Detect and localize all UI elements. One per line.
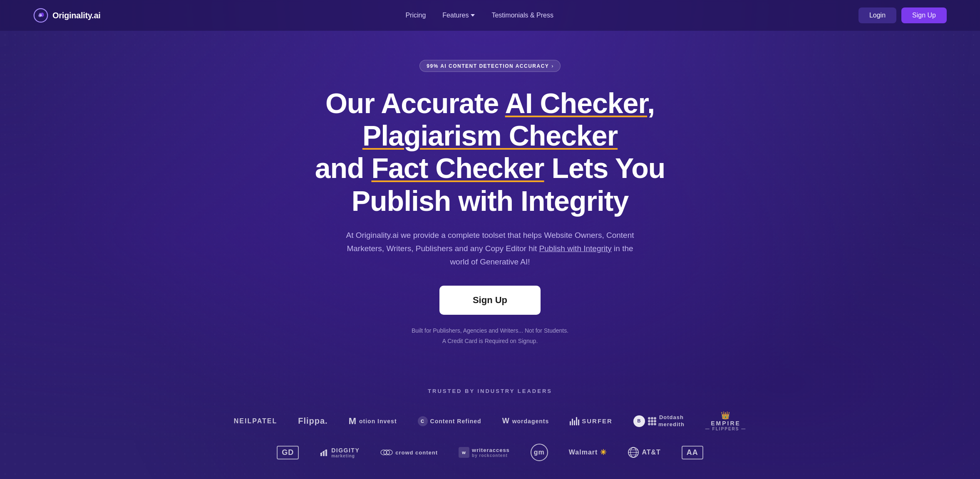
logo-gd: GD bbox=[277, 446, 299, 459]
logo-writeraccess: w writeraccess by rockcontent bbox=[459, 447, 510, 458]
nav-buttons: Login Sign Up bbox=[858, 7, 947, 23]
signup-nav-button[interactable]: Sign Up bbox=[901, 7, 947, 23]
logo-content-refined: C Content Refined bbox=[418, 416, 481, 426]
logo-neilpatel: NEILPATEL bbox=[234, 417, 278, 425]
hero-title-link2: Plagiarism Checker bbox=[362, 120, 618, 151]
hero-title-link3: Fact Checker bbox=[371, 152, 544, 184]
hero-subtitle: At Originality.ai we provide a complete … bbox=[340, 229, 640, 269]
svg-point-7 bbox=[654, 420, 656, 422]
nav-links: Pricing Features Testimonials & Press bbox=[405, 12, 553, 19]
svg-point-5 bbox=[648, 420, 650, 422]
navbar: Originality.ai Pricing Features Testimon… bbox=[0, 0, 980, 31]
logo-text: Originality.ai bbox=[52, 11, 100, 20]
hero-publish-link[interactable]: Publish with Integrity bbox=[539, 244, 612, 253]
hero-title-part2: , bbox=[647, 87, 655, 119]
logo-diggity: DIGGITY marketing bbox=[320, 447, 360, 458]
svg-point-3 bbox=[651, 417, 653, 420]
logo-att: AT&T bbox=[628, 447, 660, 458]
logo-empire: 👑 EMPIRE — FLIPPERS — bbox=[705, 411, 746, 431]
trusted-label: TRUSTED BY INDUSTRY LEADERS bbox=[17, 388, 963, 394]
svg-point-2 bbox=[648, 417, 650, 420]
logo-link[interactable]: Originality.ai bbox=[33, 8, 100, 23]
svg-rect-13 bbox=[325, 449, 327, 456]
crowd-icon bbox=[380, 448, 393, 457]
svg-point-10 bbox=[654, 423, 656, 425]
logo-walmart: Walmart ✳ bbox=[569, 448, 607, 457]
hero-title-part3: and bbox=[315, 152, 372, 184]
logo-gm: gm bbox=[531, 444, 548, 461]
nav-testimonials[interactable]: Testimonials & Press bbox=[491, 12, 553, 19]
hero-title-link1: AI Checker bbox=[505, 87, 648, 119]
accuracy-badge[interactable]: 99% AI CONTENT DETECTION ACCURACY › bbox=[419, 60, 560, 72]
hero-section: 99% AI CONTENT DETECTION ACCURACY › Our … bbox=[261, 31, 719, 367]
hero-title: Our Accurate AI Checker, Plagiarism Chec… bbox=[278, 87, 702, 217]
hero-title-part1: Our Accurate bbox=[325, 87, 505, 119]
hero-disclaimer: Built for Publishers, Agencies and Write… bbox=[278, 326, 702, 346]
logo-crowd: crowd content bbox=[380, 448, 438, 457]
signup-hero-button[interactable]: Sign Up bbox=[439, 286, 541, 315]
logo-dotdash: B Dotdashmeredith bbox=[633, 414, 685, 428]
disclaimer-line1: Built for Publishers, Agencies and Write… bbox=[278, 326, 702, 336]
svg-point-8 bbox=[648, 423, 650, 425]
logos-row-1: NEILPATEL Flippa. M otion Invest C Conte… bbox=[17, 411, 963, 431]
logo-aa: AA bbox=[682, 446, 703, 459]
att-icon bbox=[628, 447, 639, 458]
login-button[interactable]: Login bbox=[858, 7, 896, 23]
surfer-bars-icon bbox=[570, 417, 579, 425]
logo-icon bbox=[33, 8, 48, 23]
nav-pricing[interactable]: Pricing bbox=[405, 12, 426, 19]
disclaimer-line2: A Credit Card is Required on Signup. bbox=[278, 336, 702, 346]
nav-features[interactable]: Features bbox=[442, 12, 475, 19]
logo-surfer: SURFER bbox=[570, 417, 613, 425]
logo-motion-invest: M otion Invest bbox=[349, 416, 397, 427]
diggity-icon bbox=[320, 448, 329, 457]
accuracy-badge-text: 99% AI CONTENT DETECTION ACCURACY bbox=[427, 63, 549, 69]
dotdash-pattern-icon bbox=[648, 417, 657, 426]
svg-point-4 bbox=[654, 417, 656, 420]
svg-point-9 bbox=[651, 423, 653, 425]
svg-point-6 bbox=[651, 420, 653, 422]
logo-wordagents: W wordagents bbox=[502, 417, 549, 425]
features-chevron-icon bbox=[471, 14, 475, 17]
trusted-section: TRUSTED BY INDUSTRY LEADERS NEILPATEL Fl… bbox=[0, 367, 980, 479]
accuracy-badge-arrow: › bbox=[551, 63, 553, 69]
logo-flippa: Flippa. bbox=[298, 416, 327, 426]
logos-row-2: GD DIGGITY marketing bbox=[17, 444, 963, 461]
svg-point-1 bbox=[40, 14, 42, 16]
